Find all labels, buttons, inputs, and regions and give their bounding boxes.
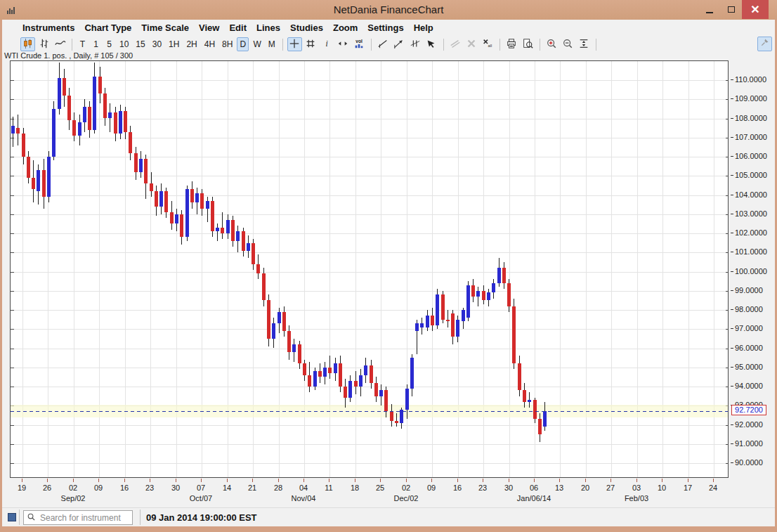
- trendline-ray-icon: [393, 38, 405, 51]
- pointer-arrow-icon: [426, 38, 437, 51]
- menu-item-help[interactable]: Help: [409, 21, 438, 34]
- y-tick-mark: [11, 425, 14, 426]
- fit-vertical-button[interactable]: [577, 37, 592, 51]
- x-axis-month-label: Jan/06/14: [507, 494, 561, 502]
- plot-area[interactable]: [10, 60, 729, 478]
- x-axis-month-label: Oct/07: [174, 494, 228, 502]
- info-button[interactable]: i: [320, 37, 334, 51]
- timeframe-2h-button[interactable]: 2H: [183, 37, 200, 51]
- candlestick-chart-button[interactable]: [20, 37, 35, 51]
- x-axis-label: 21: [242, 484, 263, 492]
- candle: [348, 381, 352, 398]
- y-tick-mark: [731, 137, 733, 138]
- delete-all-button[interactable]: all: [481, 37, 495, 51]
- x-axis-label: 30: [498, 484, 519, 492]
- x-tick-mark: [431, 479, 432, 482]
- print-button[interactable]: [504, 37, 519, 51]
- y-tick-mark: [731, 271, 733, 272]
- menu-item-studies[interactable]: Studies: [285, 21, 328, 34]
- timeframe-1-button[interactable]: 1: [90, 37, 102, 51]
- print-icon: [506, 38, 517, 51]
- menu-item-lines[interactable]: Lines: [252, 21, 285, 34]
- timeframe-m-button[interactable]: M: [266, 37, 278, 51]
- pointer-arrow-button[interactable]: [424, 37, 439, 51]
- timeframe-4h-button[interactable]: 4H: [202, 37, 218, 51]
- trendline-button[interactable]: [376, 37, 391, 51]
- gridline-horizontal: [11, 195, 729, 196]
- candle: [11, 126, 15, 134]
- menu-item-instruments[interactable]: Instruments: [18, 21, 79, 34]
- y-axis-label: 91.0000: [735, 439, 763, 448]
- candle: [27, 157, 30, 178]
- x-axis-label: 26: [37, 484, 58, 492]
- menu-item-edit[interactable]: Edit: [224, 21, 252, 34]
- x-tick-mark: [636, 479, 637, 482]
- y-tick-mark: [726, 252, 729, 253]
- menu-item-view[interactable]: View: [194, 21, 224, 34]
- minimize-button[interactable]: [699, 0, 720, 19]
- menu-item-settings[interactable]: Settings: [363, 21, 408, 34]
- timeframe-8h-button[interactable]: 8H: [219, 37, 235, 51]
- timeframe-30-button[interactable]: 30: [150, 37, 164, 51]
- parallel-lines-button[interactable]: [408, 37, 423, 51]
- y-tick-mark: [726, 157, 729, 157]
- timeframe-1h-button[interactable]: 1H: [166, 37, 182, 51]
- toolbar-divider: [371, 39, 372, 51]
- maximize-button[interactable]: [721, 0, 742, 19]
- x-axis-label: 27: [600, 484, 621, 492]
- timeframe-w-button[interactable]: W: [250, 37, 263, 51]
- crosshair-button[interactable]: [287, 37, 302, 51]
- candle: [155, 191, 158, 207]
- zoom-in-button[interactable]: [544, 37, 559, 51]
- timeframe-15-button[interactable]: 15: [133, 37, 148, 51]
- menu-item-chart-type[interactable]: Chart Type: [79, 21, 136, 34]
- delete-line-button[interactable]: [464, 37, 479, 51]
- zoom-out-button[interactable]: [561, 37, 575, 51]
- close-icon: ✕: [750, 4, 759, 15]
- y-axis-label: 110.0000: [735, 75, 766, 84]
- candle: [482, 291, 485, 301]
- menu-item-time-scale[interactable]: Time Scale: [136, 21, 194, 34]
- search-input[interactable]: [39, 512, 129, 524]
- x-tick-mark: [150, 479, 150, 482]
- candle-wick: [396, 413, 397, 427]
- close-button[interactable]: ✕: [742, 0, 769, 19]
- y-tick-mark: [11, 349, 14, 349]
- horizontal-scroll-button[interactable]: [336, 37, 351, 51]
- toolbar-divider: [500, 39, 500, 51]
- candle: [252, 243, 255, 264]
- candle: [436, 294, 439, 325]
- x-axis-label: 06: [523, 484, 544, 492]
- candle: [78, 122, 81, 136]
- candle: [303, 363, 306, 375]
- merge-lines-button[interactable]: [448, 37, 463, 51]
- pin-panel-button[interactable]: [757, 37, 772, 51]
- svg-text:all: all: [488, 43, 492, 47]
- y-tick-mark: [726, 272, 729, 273]
- candle: [63, 78, 66, 96]
- timeframe-t-button[interactable]: T: [77, 37, 89, 51]
- timeframe-10-button[interactable]: 10: [117, 37, 131, 51]
- timeframe-d-button[interactable]: D: [237, 37, 249, 51]
- instrument-search-box[interactable]: [23, 510, 133, 525]
- print-preview-button[interactable]: [521, 37, 535, 51]
- x-axis-label: 16: [447, 484, 468, 492]
- x-axis-label: 10: [651, 484, 672, 492]
- x-tick-mark: [406, 479, 407, 482]
- svg-text:vol: vol: [355, 39, 363, 44]
- x-tick-mark: [124, 479, 125, 482]
- line-chart-button[interactable]: [53, 37, 67, 51]
- grid-button[interactable]: [303, 37, 318, 51]
- timeframe-5-button[interactable]: 5: [103, 37, 115, 51]
- x-tick-mark: [483, 479, 483, 482]
- volume-button[interactable]: vol: [352, 37, 367, 51]
- candle: [231, 220, 235, 241]
- candle: [242, 231, 245, 250]
- y-tick-mark: [11, 80, 14, 81]
- ohlc-bars-button[interactable]: [37, 37, 51, 51]
- y-axis-label: 94.0000: [735, 382, 763, 390]
- menu-item-zoom[interactable]: Zoom: [328, 21, 363, 34]
- candle: [180, 214, 183, 238]
- trendline-ray-button[interactable]: [392, 37, 407, 51]
- pin-icon: [759, 37, 770, 51]
